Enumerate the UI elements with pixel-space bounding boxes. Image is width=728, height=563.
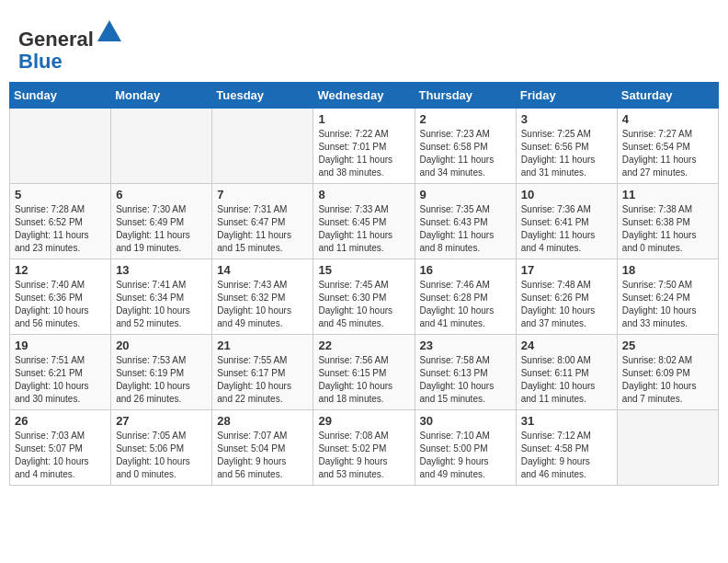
day-cell: 4Sunrise: 7:27 AM Sunset: 6:54 PM Daylig… — [617, 109, 718, 184]
day-cell: 30Sunrise: 7:10 AM Sunset: 5:00 PM Dayli… — [415, 410, 516, 486]
day-number: 31 — [521, 414, 612, 428]
day-number: 26 — [15, 414, 106, 428]
day-number: 28 — [217, 414, 308, 428]
day-cell: 17Sunrise: 7:48 AM Sunset: 6:26 PM Dayli… — [516, 259, 617, 335]
day-info: Sunrise: 7:23 AM Sunset: 6:58 PM Dayligh… — [420, 128, 511, 179]
day-number: 8 — [318, 188, 409, 201]
day-cell: 11Sunrise: 7:38 AM Sunset: 6:38 PM Dayli… — [617, 184, 718, 259]
day-info: Sunrise: 7:31 AM Sunset: 6:47 PM Dayligh… — [217, 203, 308, 255]
weekday-saturday: Saturday — [617, 83, 718, 109]
day-info: Sunrise: 8:02 AM Sunset: 6:09 PM Dayligh… — [622, 354, 713, 406]
day-info: Sunrise: 7:30 AM Sunset: 6:49 PM Dayligh… — [116, 203, 207, 255]
day-info: Sunrise: 7:43 AM Sunset: 6:32 PM Dayligh… — [217, 279, 308, 330]
day-info: Sunrise: 7:55 AM Sunset: 6:17 PM Dayligh… — [217, 354, 308, 406]
day-number: 24 — [521, 339, 612, 352]
day-number: 21 — [217, 339, 308, 352]
calendar: SundayMondayTuesdayWednesdayThursdayFrid… — [9, 82, 719, 486]
day-info: Sunrise: 7:05 AM Sunset: 5:06 PM Dayligh… — [116, 430, 207, 481]
week-row-2: 5Sunrise: 7:28 AM Sunset: 6:52 PM Daylig… — [10, 184, 719, 259]
day-number: 30 — [420, 414, 511, 428]
day-cell: 26Sunrise: 7:03 AM Sunset: 5:07 PM Dayli… — [10, 410, 111, 486]
weekday-thursday: Thursday — [415, 83, 516, 109]
week-row-5: 26Sunrise: 7:03 AM Sunset: 5:07 PM Dayli… — [10, 410, 719, 486]
day-info: Sunrise: 7:27 AM Sunset: 6:54 PM Dayligh… — [622, 128, 713, 179]
day-number: 27 — [116, 414, 207, 428]
logo-general: General — [18, 28, 94, 51]
day-cell: 18Sunrise: 7:50 AM Sunset: 6:24 PM Dayli… — [617, 259, 718, 335]
day-number: 7 — [217, 188, 308, 201]
day-number: 3 — [521, 112, 612, 126]
logo-icon — [96, 18, 123, 46]
day-info: Sunrise: 7:28 AM Sunset: 6:52 PM Dayligh… — [15, 203, 106, 255]
logo-text: General Blue — [18, 18, 123, 73]
day-cell: 3Sunrise: 7:25 AM Sunset: 6:56 PM Daylig… — [516, 109, 617, 184]
day-number: 12 — [15, 263, 106, 277]
day-cell: 12Sunrise: 7:40 AM Sunset: 6:36 PM Dayli… — [10, 259, 111, 335]
day-number: 9 — [420, 188, 511, 201]
day-info: Sunrise: 7:48 AM Sunset: 6:26 PM Dayligh… — [521, 279, 612, 330]
week-row-3: 12Sunrise: 7:40 AM Sunset: 6:36 PM Dayli… — [10, 259, 719, 335]
day-number: 10 — [521, 188, 612, 201]
day-info: Sunrise: 7:56 AM Sunset: 6:15 PM Dayligh… — [318, 354, 409, 406]
day-info: Sunrise: 7:38 AM Sunset: 6:38 PM Dayligh… — [622, 203, 713, 255]
day-number: 20 — [116, 339, 207, 352]
day-cell: 19Sunrise: 7:51 AM Sunset: 6:21 PM Dayli… — [10, 335, 111, 410]
day-cell: 8Sunrise: 7:33 AM Sunset: 6:45 PM Daylig… — [313, 184, 415, 259]
svg-marker-0 — [97, 20, 121, 41]
day-number: 6 — [116, 188, 207, 201]
day-number: 5 — [15, 188, 106, 201]
day-info: Sunrise: 7:36 AM Sunset: 6:41 PM Dayligh… — [521, 203, 612, 255]
day-cell: 1Sunrise: 7:22 AM Sunset: 7:01 PM Daylig… — [313, 109, 415, 184]
day-cell: 29Sunrise: 7:08 AM Sunset: 5:02 PM Dayli… — [313, 410, 415, 486]
day-cell: 25Sunrise: 8:02 AM Sunset: 6:09 PM Dayli… — [617, 335, 718, 410]
day-number: 18 — [622, 263, 713, 277]
day-info: Sunrise: 7:08 AM Sunset: 5:02 PM Dayligh… — [318, 430, 409, 481]
day-info: Sunrise: 7:53 AM Sunset: 6:19 PM Dayligh… — [116, 354, 207, 406]
day-number: 1 — [318, 112, 409, 126]
day-cell: 20Sunrise: 7:53 AM Sunset: 6:19 PM Dayli… — [111, 335, 212, 410]
day-cell: 23Sunrise: 7:58 AM Sunset: 6:13 PM Dayli… — [415, 335, 516, 410]
day-number: 23 — [420, 339, 511, 352]
day-info: Sunrise: 7:50 AM Sunset: 6:24 PM Dayligh… — [622, 279, 713, 330]
day-cell — [111, 109, 212, 184]
day-number: 29 — [318, 414, 409, 428]
day-info: Sunrise: 7:12 AM Sunset: 4:58 PM Dayligh… — [521, 430, 612, 481]
logo: General Blue — [18, 18, 123, 73]
weekday-tuesday: Tuesday — [212, 83, 313, 109]
weekday-header-row: SundayMondayTuesdayWednesdayThursdayFrid… — [10, 83, 719, 109]
day-info: Sunrise: 8:00 AM Sunset: 6:11 PM Dayligh… — [521, 354, 612, 406]
day-info: Sunrise: 7:35 AM Sunset: 6:43 PM Dayligh… — [420, 203, 511, 255]
day-cell: 28Sunrise: 7:07 AM Sunset: 5:04 PM Dayli… — [212, 410, 313, 486]
day-info: Sunrise: 7:10 AM Sunset: 5:00 PM Dayligh… — [420, 430, 511, 481]
day-info: Sunrise: 7:41 AM Sunset: 6:34 PM Dayligh… — [116, 279, 207, 330]
week-row-1: 1Sunrise: 7:22 AM Sunset: 7:01 PM Daylig… — [10, 109, 719, 184]
day-number: 13 — [116, 263, 207, 277]
weekday-friday: Friday — [516, 83, 617, 109]
day-cell: 21Sunrise: 7:55 AM Sunset: 6:17 PM Dayli… — [212, 335, 313, 410]
day-cell: 5Sunrise: 7:28 AM Sunset: 6:52 PM Daylig… — [10, 184, 111, 259]
day-cell: 14Sunrise: 7:43 AM Sunset: 6:32 PM Dayli… — [212, 259, 313, 335]
day-number: 11 — [622, 188, 713, 201]
day-info: Sunrise: 7:25 AM Sunset: 6:56 PM Dayligh… — [521, 128, 612, 179]
day-info: Sunrise: 7:58 AM Sunset: 6:13 PM Dayligh… — [420, 354, 511, 406]
day-cell: 31Sunrise: 7:12 AM Sunset: 4:58 PM Dayli… — [516, 410, 617, 486]
day-number: 25 — [622, 339, 713, 352]
day-info: Sunrise: 7:45 AM Sunset: 6:30 PM Dayligh… — [318, 279, 409, 330]
page-header: General Blue — [9, 9, 719, 77]
day-cell: 16Sunrise: 7:46 AM Sunset: 6:28 PM Dayli… — [415, 259, 516, 335]
day-cell: 2Sunrise: 7:23 AM Sunset: 6:58 PM Daylig… — [415, 109, 516, 184]
weekday-monday: Monday — [111, 83, 212, 109]
day-number: 4 — [622, 112, 713, 126]
day-cell: 13Sunrise: 7:41 AM Sunset: 6:34 PM Dayli… — [111, 259, 212, 335]
day-info: Sunrise: 7:51 AM Sunset: 6:21 PM Dayligh… — [15, 354, 106, 406]
day-cell: 27Sunrise: 7:05 AM Sunset: 5:06 PM Dayli… — [111, 410, 212, 486]
day-cell: 15Sunrise: 7:45 AM Sunset: 6:30 PM Dayli… — [313, 259, 415, 335]
day-cell — [212, 109, 313, 184]
day-number: 17 — [521, 263, 612, 277]
weekday-sunday: Sunday — [10, 83, 111, 109]
calendar-body: 1Sunrise: 7:22 AM Sunset: 7:01 PM Daylig… — [10, 109, 719, 486]
day-number: 22 — [318, 339, 409, 352]
day-info: Sunrise: 7:07 AM Sunset: 5:04 PM Dayligh… — [217, 430, 308, 481]
day-cell: 7Sunrise: 7:31 AM Sunset: 6:47 PM Daylig… — [212, 184, 313, 259]
day-cell: 22Sunrise: 7:56 AM Sunset: 6:15 PM Dayli… — [313, 335, 415, 410]
